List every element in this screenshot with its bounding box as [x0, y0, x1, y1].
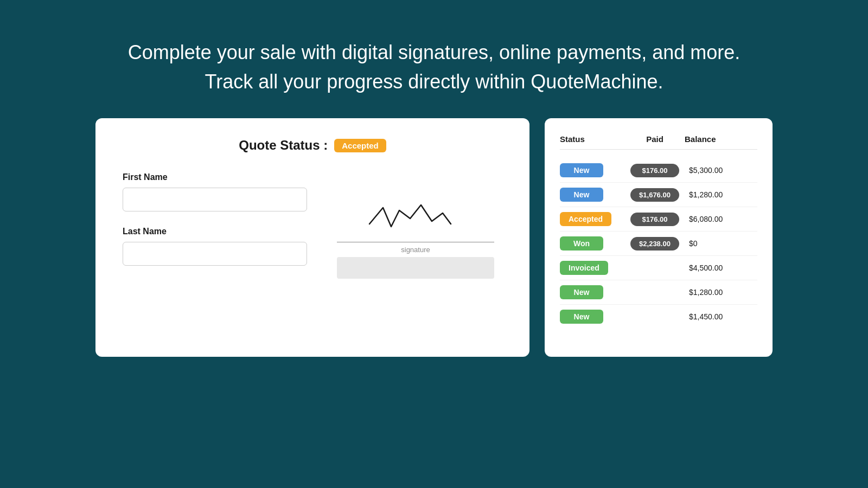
signature-area: signature — [337, 194, 494, 279]
table-row: Invoiced$4,500.00 — [560, 256, 757, 280]
first-name-group: First Name — [123, 172, 307, 211]
table-row: New$1,450.00 — [560, 305, 757, 329]
signature-line — [337, 242, 494, 242]
table-row: Accepted$176.00$6,080.00 — [560, 207, 757, 232]
table-row: New$1,676.00$1,280.00 — [560, 183, 757, 207]
paid-badge: $2,238.00 — [630, 237, 679, 251]
hero-line2: Track all your progress directly within … — [205, 70, 663, 93]
quote-status-label: Quote Status : — [239, 138, 328, 153]
header-paid: Paid — [625, 134, 685, 144]
status-badge: New — [560, 285, 603, 299]
balance-cell: $1,280.00 — [685, 288, 744, 297]
paid-badge: $176.00 — [630, 164, 679, 177]
status-badge: Accepted — [560, 212, 611, 226]
balance-cell: $4,500.00 — [685, 264, 744, 272]
header-balance: Balance — [685, 134, 744, 144]
hero-section: Complete your sale with digital signatur… — [128, 38, 741, 97]
paid-badge: $1,676.00 — [630, 188, 679, 202]
header-status: Status — [560, 134, 625, 144]
signature-bg — [337, 257, 494, 279]
status-badge: New — [560, 310, 603, 324]
signature-section: signature — [329, 194, 502, 279]
table-header: Status Paid Balance — [560, 134, 757, 150]
quote-status-row: Quote Status : Accepted — [123, 138, 502, 153]
table-row: New$176.00$5,300.00 — [560, 158, 757, 183]
signature-label: signature — [337, 246, 494, 254]
form-section: First Name Last Name signature — [123, 172, 502, 281]
first-name-label: First Name — [123, 172, 307, 182]
form-fields: First Name Last Name — [123, 172, 307, 281]
balance-cell: $5,300.00 — [685, 166, 744, 175]
hero-line1: Complete your sale with digital signatur… — [128, 41, 741, 63]
table-body: New$176.00$5,300.00New$1,676.00$1,280.00… — [560, 158, 757, 329]
first-name-input[interactable] — [123, 188, 307, 211]
status-badge: Invoiced — [560, 261, 608, 275]
balance-cell: $1,450.00 — [685, 312, 744, 321]
last-name-input[interactable] — [123, 242, 307, 266]
last-name-label: Last Name — [123, 227, 307, 236]
status-badge: New — [560, 188, 603, 202]
cards-container: Quote Status : Accepted First Name Last … — [95, 118, 773, 357]
table-row: Won$2,238.00$0 — [560, 232, 757, 256]
quote-card: Quote Status : Accepted First Name Last … — [95, 118, 529, 357]
balance-cell: $1,280.00 — [685, 190, 744, 199]
table-card: Status Paid Balance New$176.00$5,300.00N… — [545, 118, 773, 357]
quote-status-badge: Accepted — [334, 139, 386, 152]
signature-drawing — [337, 194, 494, 237]
paid-badge: $176.00 — [630, 213, 679, 226]
balance-cell: $6,080.00 — [685, 215, 744, 223]
table-row: New$1,280.00 — [560, 280, 757, 305]
status-badge: Won — [560, 236, 603, 251]
last-name-group: Last Name — [123, 227, 307, 266]
status-badge: New — [560, 163, 603, 177]
balance-cell: $0 — [685, 239, 744, 248]
